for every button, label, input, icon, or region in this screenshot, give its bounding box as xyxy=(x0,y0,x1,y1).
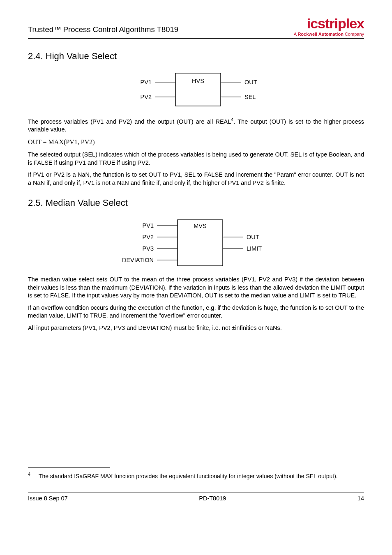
logo-triplex: triplex xyxy=(325,16,364,31)
footer-rule xyxy=(28,493,364,493)
mvs-in4-label: DEVIATION xyxy=(122,257,154,263)
logo-sub-suffix: Company xyxy=(344,32,364,37)
section25-para3: All input parameters (PV1, PV2, PV3 and … xyxy=(28,324,364,332)
logo-sub-prefix: A xyxy=(294,32,298,37)
logo-text: icstriplex xyxy=(294,16,364,30)
diagram-hvs: HVS PV1 PV2 OUT SEL xyxy=(106,70,286,111)
footnote: 4The standard ISaGRAF MAX function provi… xyxy=(28,471,364,480)
section25-para1: The median value select sets OUT to the … xyxy=(28,276,364,300)
mvs-out2-label: LIMIT xyxy=(247,245,262,252)
logo-subtitle: A Rockwell Automation Company xyxy=(294,31,364,37)
mvs-box-label: MVS xyxy=(194,223,206,229)
footer-center: PD-T8019 xyxy=(199,495,226,503)
page: Trusted™ Process Control Algorithms T801… xyxy=(0,0,392,555)
hvs-in2-label: PV2 xyxy=(141,94,152,100)
mvs-out1-label: OUT xyxy=(247,234,259,240)
section24-formula: OUT = MAX(PV1, PV2) xyxy=(28,138,364,147)
mvs-in2-label: PV2 xyxy=(143,234,154,240)
logo-sub-bold: Rockwell Automation xyxy=(297,32,343,37)
logo: icstriplex A Rockwell Automation Company xyxy=(294,16,364,37)
footer-right: 14 xyxy=(357,495,364,503)
heading-2-4: 2.4. High Value Select xyxy=(28,50,364,62)
footer-left: Issue 8 Sep 07 xyxy=(28,495,68,503)
footnote-num: 4 xyxy=(28,472,30,477)
section24-para1: The process variables (PV1 and PV2) and … xyxy=(28,117,364,134)
header-title: Trusted™ Process Control Algorithms T801… xyxy=(28,25,178,37)
s24-p1-a: The process variables (PV1 and PV2) and … xyxy=(28,118,231,124)
section25-para2: If an overflow condition occurs during t… xyxy=(28,304,364,320)
hvs-in1-label: PV1 xyxy=(141,79,152,85)
section24-para2: The selected output (SEL) indicates whic… xyxy=(28,151,364,167)
logo-ics: ics xyxy=(307,16,325,31)
footnote-rule xyxy=(28,467,110,468)
page-header: Trusted™ Process Control Algorithms T801… xyxy=(28,16,364,39)
section24-para3: If PV1 or PV2 is a NaN, the function is … xyxy=(28,171,364,187)
mvs-in1-label: PV1 xyxy=(143,222,154,229)
footnote-text: The standard ISaGRAF MAX function provid… xyxy=(39,473,338,479)
diagram-mvs: MVS PV1 PV2 PV3 DEVIATION OUT LIMIT xyxy=(89,216,303,270)
mvs-in3-label: PV3 xyxy=(143,245,154,252)
hvs-box-label: HVS xyxy=(192,78,204,84)
footer: Issue 8 Sep 07 PD-T8019 14 xyxy=(28,495,364,515)
hvs-out1-label: OUT xyxy=(244,79,257,85)
hvs-out2-label: SEL xyxy=(244,94,256,100)
header-title-text: Trusted™ Process Control Algorithms T801… xyxy=(28,25,178,34)
heading-2-5: 2.5. Median Value Select xyxy=(28,197,364,209)
